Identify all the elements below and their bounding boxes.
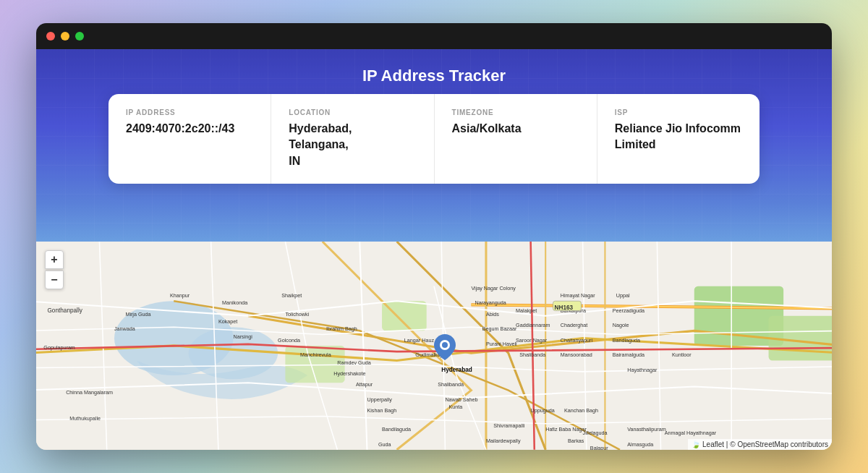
- svg-text:Chaitanyapuri: Chaitanyapuri: [561, 337, 593, 344]
- zoom-controls: + −: [45, 250, 64, 289]
- svg-text:Narsingi: Narsingi: [233, 333, 252, 340]
- map-background: Gonthanpally Gopulapuram Chinna Mangalar…: [36, 242, 832, 450]
- minimize-button[interactable]: [61, 32, 69, 41]
- leaflet-attribution: 🍃 Leaflet | © OpenStreetMap contributors: [688, 439, 832, 450]
- svg-text:Manchirevula: Manchirevula: [300, 352, 331, 359]
- svg-text:Chinna Mangalaram: Chinna Mangalaram: [66, 389, 113, 396]
- svg-text:Hafiz Baba Nagar: Hafiz Baba Nagar: [545, 426, 587, 432]
- svg-text:Bandlaguda: Bandlaguda: [613, 337, 640, 344]
- svg-text:Jillelaguda: Jillelaguda: [583, 430, 608, 436]
- svg-text:NH163: NH163: [555, 304, 574, 311]
- location-label: LOCATION: [289, 108, 416, 116]
- svg-text:Himayat Nagar: Himayat Nagar: [561, 292, 596, 299]
- svg-text:Kanchan Bagh: Kanchan Bagh: [564, 408, 598, 414]
- page-title: IP Address Tracker: [51, 67, 817, 85]
- svg-text:Chaderghat: Chaderghat: [561, 322, 588, 328]
- svg-text:Saroor Nagar: Saroor Nagar: [516, 337, 548, 344]
- app-window: IP Address Tracker › IP ADDRESS 2409:407…: [36, 23, 832, 450]
- svg-text:Vijay Nagar Colony: Vijay Nagar Colony: [471, 285, 516, 291]
- svg-text:Hydershakote: Hydershakote: [333, 370, 365, 377]
- svg-text:Muthukupalle: Muthukupalle: [69, 415, 101, 422]
- ip-address-section: IP ADDRESS 2409:4070:2c20::/43: [109, 94, 271, 184]
- map-pin: [434, 334, 456, 363]
- header: IP Address Tracker › IP ADDRESS 2409:407…: [36, 49, 832, 242]
- svg-text:Attapur: Attapur: [356, 382, 373, 388]
- svg-text:Kishan Bagh: Kishan Bagh: [367, 408, 396, 414]
- info-card: IP ADDRESS 2409:4070:2c20::/43 LOCATION …: [109, 94, 760, 184]
- svg-text:Shivramapalli: Shivramapalli: [493, 422, 525, 429]
- ip-address-label: IP ADDRESS: [126, 108, 253, 116]
- svg-text:Manikonda: Manikonda: [222, 300, 247, 307]
- isp-section: ISP Reliance Jio InfocommLimited: [597, 94, 760, 184]
- svg-text:Mailardewpally: Mailardewpally: [486, 438, 521, 444]
- svg-text:Purani Haveli: Purani Haveli: [486, 341, 517, 347]
- svg-text:Nagole: Nagole: [613, 322, 629, 328]
- svg-text:Nawab Saheb: Nawab Saheb: [445, 396, 477, 403]
- svg-text:Mansoorabad: Mansoorabad: [561, 352, 592, 359]
- svg-text:Kuntloor: Kuntloor: [672, 352, 692, 359]
- ip-address-value: 2409:4070:2c20::/43: [126, 121, 253, 137]
- svg-text:Narayanguda: Narayanguda: [475, 300, 506, 307]
- titlebar: [36, 23, 832, 49]
- svg-text:Shalibanda: Shalibanda: [438, 382, 464, 388]
- svg-text:Shalibanda: Shalibanda: [519, 352, 545, 359]
- svg-text:Bairamalguda: Bairamalguda: [613, 352, 644, 359]
- close-button[interactable]: [46, 32, 55, 41]
- svg-text:Kokapet: Kokapet: [218, 318, 237, 325]
- svg-text:Anmagal Hayathnagar: Anmagal Hayathnagar: [665, 430, 717, 436]
- svg-text:Malakpet: Malakpet: [516, 307, 537, 314]
- isp-value: Reliance Jio InfocommLimited: [615, 121, 742, 153]
- svg-text:Almasguda: Almasguda: [627, 441, 653, 448]
- map-container[interactable]: Gonthanpally Gopulapuram Chinna Mangalar…: [36, 242, 832, 450]
- svg-text:Guda: Guda: [378, 441, 391, 448]
- svg-text:Ramdev Guda: Ramdev Guda: [337, 359, 370, 366]
- app-body: IP Address Tracker › IP ADDRESS 2409:407…: [36, 49, 832, 450]
- svg-text:Abids: Abids: [486, 311, 499, 318]
- svg-text:Gaddiannaram: Gaddiannaram: [516, 322, 550, 328]
- maximize-button[interactable]: [75, 32, 84, 41]
- svg-point-72: [442, 342, 448, 348]
- zoom-in-button[interactable]: +: [45, 250, 64, 269]
- svg-text:Uppuguda: Uppuguda: [531, 408, 555, 414]
- svg-rect-3: [382, 301, 427, 331]
- svg-text:Balapur: Balapur: [590, 445, 608, 450]
- location-value: Hyderabad,Telangana,IN: [289, 121, 416, 169]
- svg-text:Uppal: Uppal: [616, 292, 630, 299]
- timezone-label: TIMEZONE: [452, 108, 579, 116]
- svg-text:Gonthanpally: Gonthanpally: [47, 307, 82, 314]
- svg-text:Golconda: Golconda: [278, 337, 300, 344]
- svg-text:Shaikpet: Shaikpet: [281, 292, 302, 299]
- svg-text:Mirja Guda: Mirja Guda: [125, 311, 150, 318]
- timezone-section: TIMEZONE Asia/Kolkata: [435, 94, 597, 184]
- svg-text:Barkas: Barkas: [568, 438, 584, 444]
- svg-text:Hayathnagar: Hayathnagar: [627, 367, 658, 373]
- svg-text:Langar Hauz: Langar Hauz: [404, 337, 435, 344]
- isp-label: ISP: [615, 108, 742, 116]
- svg-text:Upperpally: Upperpally: [367, 396, 392, 403]
- svg-text:Peerzadiguda: Peerzadiguda: [613, 307, 644, 314]
- svg-text:Hyderabad: Hyderabad: [441, 367, 472, 373]
- svg-text:Bandilaguda: Bandilaguda: [382, 426, 411, 432]
- svg-text:Janwada: Janwada: [114, 326, 135, 333]
- svg-text:Begum Bazaar: Begum Bazaar: [482, 326, 517, 333]
- location-section: LOCATION Hyderabad,Telangana,IN: [271, 94, 434, 184]
- svg-text:Gopulapuram: Gopulapuram: [43, 344, 75, 351]
- svg-text:Tolichowki: Tolichowki: [285, 311, 309, 318]
- svg-text:Ibrahim Bagh: Ibrahim Bagh: [326, 326, 357, 333]
- zoom-out-button[interactable]: −: [45, 270, 64, 289]
- svg-text:Khanpur: Khanpur: [170, 292, 190, 299]
- timezone-value: Asia/Kolkata: [452, 121, 579, 137]
- svg-text:Vanasthalipuram: Vanasthalipuram: [627, 426, 665, 432]
- svg-text:Kunta: Kunta: [449, 404, 463, 410]
